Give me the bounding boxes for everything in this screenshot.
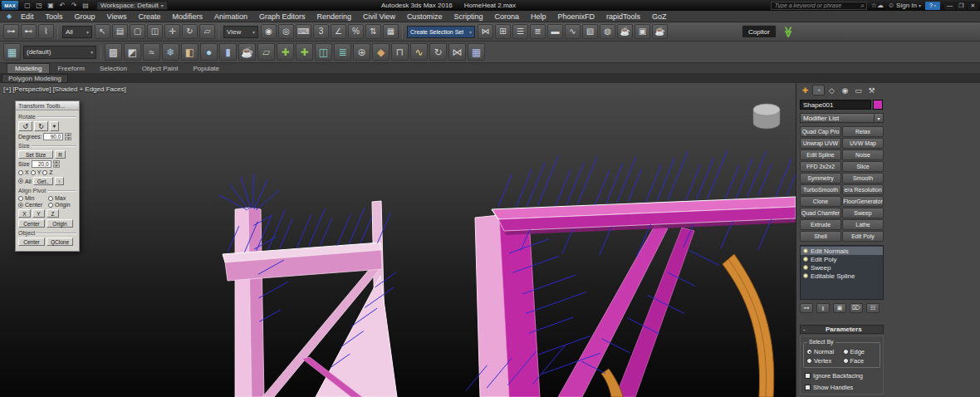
schematic-view-icon[interactable]: ▧ — [582, 24, 598, 39]
modifier-button[interactable]: TurboSmooth — [800, 184, 841, 195]
favorites-star-icon[interactable]: ☆ — [871, 2, 877, 9]
mirror-geometry-icon[interactable]: ⋈ — [448, 43, 466, 61]
rotate-ccw-button[interactable]: ↺ — [18, 121, 32, 131]
menu-item[interactable]: GoZ — [646, 12, 673, 21]
degrees-spinner[interactable]: ▲ ▼ — [65, 133, 71, 140]
viewport[interactable]: [+] [Perspective] [Shaded + Edged Faces]… — [0, 83, 796, 397]
object-name-field[interactable]: Shape001 — [800, 100, 871, 110]
maximize-button[interactable]: ❐ — [956, 2, 967, 10]
modifier-button[interactable]: era Resolution — [842, 184, 884, 195]
workspace-dropdown[interactable]: Workspace: Default ▾ — [96, 1, 168, 10]
help-button[interactable]: ? ▾ — [925, 2, 940, 10]
menu-item[interactable]: Graph Editors — [253, 12, 311, 21]
material-picker-icon[interactable]: ◩ — [124, 43, 141, 61]
pivot-z-button[interactable]: Z — [47, 209, 59, 218]
modifier-stack-item[interactable]: Sweep — [801, 263, 883, 272]
gray-helper-object[interactable] — [753, 104, 780, 129]
size-spinner[interactable]: ▲ ▼ — [53, 160, 60, 168]
modifier-stack-item[interactable]: Editable Spline — [801, 272, 883, 280]
menu-item[interactable]: Civil View — [357, 12, 401, 21]
size-up-button[interactable]: ↑ — [55, 177, 64, 185]
unlink-selection-icon[interactable]: ⊷ — [21, 24, 37, 39]
freeze-selection-icon[interactable]: ❄ — [162, 43, 179, 61]
pivot-origin-button[interactable]: Origin — [47, 219, 73, 228]
angle-snap-icon[interactable]: ∠ — [331, 24, 346, 39]
modifier-button[interactable]: Extrude — [800, 219, 841, 230]
size-axis-y-radio[interactable]: Y — [31, 169, 42, 175]
motion-tab-icon[interactable]: ◉ — [839, 85, 851, 96]
save-file-icon[interactable]: ▣ — [45, 1, 56, 10]
rapidtools-panel-icon[interactable]: ▦ — [3, 43, 21, 61]
modifier-button[interactable]: Relax — [842, 126, 884, 137]
minimize-button[interactable]: — — [944, 2, 955, 10]
size-axis-z-radio[interactable]: Z — [42, 169, 52, 175]
swift-loop-icon[interactable]: ◫ — [315, 43, 332, 61]
named-selection-set-combo[interactable]: Create Selection Set ▾ — [407, 26, 475, 38]
pivot-x-button[interactable]: X — [18, 209, 31, 218]
select-and-move-icon[interactable]: ✛ — [164, 24, 180, 39]
qclone-button[interactable]: QClone — [47, 238, 73, 246]
modifier-button[interactable]: Lathe — [842, 219, 884, 230]
ribbon-tab[interactable]: Populate — [185, 64, 227, 73]
sign-in-button[interactable]: ☺ Sign In ▾ — [888, 2, 921, 9]
reference-coordinate-dropdown[interactable]: View ▾ — [223, 26, 258, 38]
chamfer-edges-icon[interactable]: ◆ — [372, 43, 390, 61]
show-end-result-icon[interactable]: ‖ — [816, 303, 830, 313]
render-setup-icon[interactable]: ☕ — [617, 24, 633, 39]
selection-filter-dropdown[interactable]: All ▾ — [62, 26, 92, 38]
menu-item[interactable]: Rendering — [311, 12, 358, 21]
mirror-icon[interactable]: ⋈ — [478, 24, 493, 39]
menu-item[interactable]: Edit — [15, 12, 40, 21]
cylinder-primitive-icon[interactable]: ▮ — [219, 43, 237, 61]
visibility-bulb-icon[interactable] — [803, 273, 808, 278]
bind-to-space-warp-icon[interactable]: ⌇ — [38, 24, 54, 39]
visibility-bulb-icon[interactable] — [803, 265, 808, 270]
pivot-max-radio[interactable]: Max — [48, 195, 76, 201]
spline-draw-icon[interactable]: ∿ — [410, 43, 428, 61]
menu-item[interactable]: PhoenixFD — [551, 12, 600, 21]
modifier-button[interactable]: Slice — [842, 161, 884, 172]
modifier-button[interactable]: FloorGenerator — [842, 196, 884, 207]
array-tool-icon[interactable]: ▦ — [468, 43, 485, 61]
select-and-manipulate-icon[interactable]: ◎ — [278, 24, 294, 39]
render-production-icon[interactable]: ☕ — [652, 24, 668, 39]
window-crossing-icon[interactable]: ◫ — [147, 24, 163, 39]
modifier-button[interactable]: UVW Map — [842, 138, 884, 149]
utilities-tab-icon[interactable]: ⚒ — [865, 85, 878, 96]
size-r-button[interactable]: R — [55, 150, 66, 159]
modifier-button[interactable]: Edit Poly — [842, 231, 884, 242]
set-size-button[interactable]: Set Size — [18, 150, 53, 159]
sphere-primitive-icon[interactable]: ● — [200, 43, 218, 61]
menu-app-icon[interactable]: ◆ — [3, 12, 15, 20]
preset-dropdown[interactable]: (default) ▾ — [23, 46, 96, 59]
modifier-button[interactable]: Smooth — [842, 173, 884, 184]
modifier-button[interactable]: Edit Spline — [800, 149, 841, 160]
tab-polygon-modeling[interactable]: Polygon Modeling — [2, 74, 68, 83]
select-by-radio[interactable]: Vertex — [806, 357, 841, 365]
modifier-button[interactable]: Sweep — [842, 208, 884, 218]
add-modifier-icon[interactable]: ✚ — [277, 43, 294, 61]
modifier-stack-item[interactable]: Edit Normals — [801, 247, 883, 255]
bridge-polygons-icon[interactable]: ⊓ — [391, 43, 409, 61]
spinner-down-icon[interactable]: ▼ — [65, 137, 71, 140]
viewport-background[interactable] — [0, 83, 796, 397]
spinner-down-icon[interactable]: ▼ — [53, 164, 60, 168]
select-and-scale-icon[interactable]: ▱ — [199, 24, 215, 39]
modifier-button[interactable]: Quad Chamfer — [800, 208, 841, 218]
modifier-button[interactable]: Noise — [842, 149, 884, 160]
menu-item[interactable]: rapidTools — [600, 12, 646, 21]
select-by-radio[interactable]: Edge — [843, 348, 878, 355]
menu-item[interactable]: Views — [101, 12, 133, 21]
select-by-radio[interactable]: Normal — [806, 348, 841, 355]
teapot-primitive-icon[interactable]: ☕ — [238, 43, 256, 61]
select-and-rotate-icon[interactable]: ↻ — [182, 24, 198, 39]
spinner-snap-icon[interactable]: ⇅ — [365, 24, 381, 39]
pivot-center-radio[interactable]: Center — [18, 202, 47, 208]
modifier-button[interactable]: FFD 2x2x2 — [800, 161, 841, 172]
box-primitive-icon[interactable]: ◧ — [181, 43, 198, 61]
app-logo[interactable]: MAX — [2, 1, 18, 10]
viewport-shading-label[interactable]: [Shaded + Edged Faces] — [52, 86, 125, 93]
dialog-titlebar[interactable]: Transform Toolb... — [16, 101, 79, 110]
hierarchy-tab-icon[interactable]: ◇ — [826, 85, 838, 96]
rendered-frame-icon[interactable]: ▣ — [635, 24, 650, 39]
